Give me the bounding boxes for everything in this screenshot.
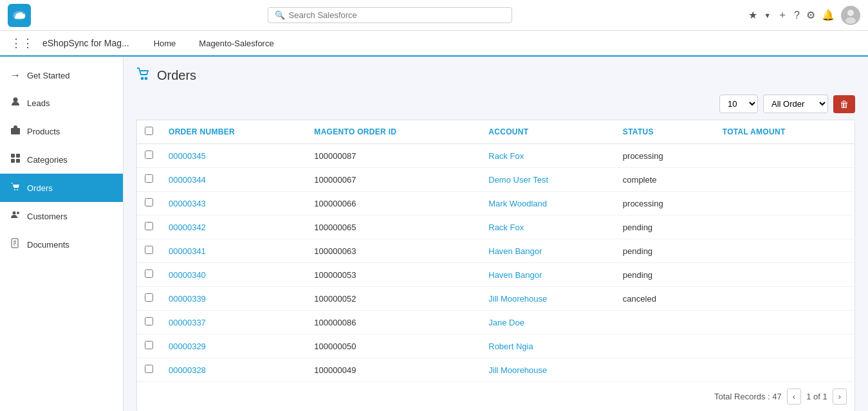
row-order-number: 00000343 bbox=[161, 192, 306, 215]
row-account: Demo User Test bbox=[481, 168, 615, 192]
order-number-link[interactable]: 00000345 bbox=[169, 151, 206, 161]
search-input[interactable] bbox=[289, 10, 505, 20]
row-checkbox[interactable] bbox=[145, 269, 153, 278]
account-link[interactable]: Jill Moorehouse bbox=[488, 294, 547, 304]
sidebar-item-label-documents: Documents bbox=[27, 240, 69, 250]
grid-icon: ⋮⋮ bbox=[10, 36, 33, 50]
notifications-icon[interactable]: 🔔 bbox=[822, 9, 835, 21]
sidebar-item-products[interactable]: Products bbox=[0, 117, 123, 145]
favorites-icon[interactable]: ★ bbox=[748, 9, 757, 21]
row-order-number: 00000345 bbox=[161, 144, 306, 168]
row-checkbox[interactable] bbox=[145, 198, 153, 206]
row-checkbox[interactable] bbox=[145, 317, 153, 325]
sidebar-item-categories[interactable]: Categories bbox=[0, 145, 123, 174]
add-icon[interactable]: ＋ bbox=[777, 8, 788, 22]
sidebar-item-documents[interactable]: Documents bbox=[0, 230, 123, 259]
order-number-link[interactable]: 00000341 bbox=[169, 246, 206, 256]
sidebar-item-label-leads: Leads bbox=[27, 98, 50, 108]
per-page-select[interactable]: 10 25 50 100 bbox=[719, 95, 758, 113]
sidebar-item-leads[interactable]: Leads bbox=[0, 89, 123, 117]
salesforce-logo bbox=[8, 4, 31, 27]
row-checkbox[interactable] bbox=[145, 293, 153, 302]
account-link[interactable]: Mark Woodland bbox=[488, 199, 547, 208]
account-link[interactable]: Haven Bangor bbox=[488, 246, 542, 256]
row-account: Haven Bangor bbox=[481, 263, 615, 287]
row-account: Robert Ngia bbox=[481, 334, 615, 358]
appbar: ⋮⋮ eShopSync for Mag... Home Magento-Sal… bbox=[0, 31, 868, 57]
account-link[interactable]: Haven Bangor bbox=[488, 270, 542, 280]
pagination: Total Records : 47 ‹ 1 of 1 › bbox=[137, 382, 854, 411]
row-magento-order-id: 100000067 bbox=[306, 168, 481, 192]
row-status: pending bbox=[615, 239, 715, 263]
order-number-link[interactable]: 00000343 bbox=[169, 199, 206, 208]
delete-button[interactable]: 🗑 bbox=[833, 95, 855, 113]
account-link[interactable]: Demo User Test bbox=[488, 175, 548, 185]
orders-table-container: ORDER NUMBER MAGENTO ORDER ID ACCOUNT ST… bbox=[136, 120, 855, 411]
account-link[interactable]: Rack Fox bbox=[488, 223, 524, 232]
table-row: 00000343 100000066 Mark Woodland process… bbox=[137, 192, 854, 215]
avatar[interactable] bbox=[841, 6, 860, 25]
col-magento-order-id: MAGENTO ORDER ID bbox=[306, 120, 481, 144]
row-checkbox[interactable] bbox=[145, 222, 153, 230]
row-order-number: 00000341 bbox=[161, 239, 306, 263]
help-icon[interactable]: ? bbox=[794, 10, 800, 21]
account-link[interactable]: Robert Ngia bbox=[488, 342, 533, 351]
select-all-checkbox[interactable] bbox=[145, 127, 153, 135]
customers-icon bbox=[10, 210, 21, 223]
page-header: Orders bbox=[136, 67, 855, 84]
sidebar: → Get Started Leads Products Categories bbox=[0, 57, 124, 411]
header-checkbox-col bbox=[137, 120, 161, 144]
row-checkbox[interactable] bbox=[145, 151, 153, 159]
row-magento-order-id: 100000052 bbox=[306, 287, 481, 311]
order-number-link[interactable]: 00000339 bbox=[169, 294, 206, 304]
sidebar-item-label-orders: Orders bbox=[27, 183, 53, 193]
row-total-amount bbox=[715, 239, 854, 263]
tab-home[interactable]: Home bbox=[142, 30, 188, 56]
row-checkbox-cell bbox=[137, 334, 161, 358]
page-title: Orders bbox=[157, 68, 196, 83]
search-bar[interactable]: 🔍 bbox=[268, 7, 512, 23]
row-checkbox-cell bbox=[137, 239, 161, 263]
tab-magento-salesforce[interactable]: Magento-Salesforce bbox=[187, 30, 285, 56]
col-account: ACCOUNT bbox=[481, 120, 615, 144]
row-order-number: 00000337 bbox=[161, 311, 306, 334]
sidebar-item-orders[interactable]: Orders bbox=[0, 174, 123, 202]
row-checkbox[interactable] bbox=[145, 365, 153, 373]
row-order-number: 00000340 bbox=[161, 263, 306, 287]
order-number-link[interactable]: 00000337 bbox=[169, 318, 206, 327]
table-row: 00000337 100000086 Jane Doe bbox=[137, 311, 854, 334]
order-number-link[interactable]: 00000328 bbox=[169, 365, 206, 375]
row-checkbox[interactable] bbox=[145, 174, 153, 183]
next-page-button[interactable]: › bbox=[833, 388, 847, 405]
order-number-link[interactable]: 00000342 bbox=[169, 223, 206, 232]
topbar-right: ★ ▼ ＋ ? ⚙ 🔔 bbox=[748, 6, 860, 25]
nav-tabs: Home Magento-Salesforce bbox=[142, 30, 286, 56]
sidebar-item-get-started[interactable]: → Get Started bbox=[0, 62, 123, 89]
account-link[interactable]: Jane Doe bbox=[488, 318, 524, 327]
row-total-amount bbox=[715, 192, 854, 215]
table-header-row: ORDER NUMBER MAGENTO ORDER ID ACCOUNT ST… bbox=[137, 120, 854, 144]
order-number-link[interactable]: 00000344 bbox=[169, 175, 206, 185]
row-checkbox[interactable] bbox=[145, 341, 153, 349]
documents-icon bbox=[10, 238, 21, 251]
row-order-number: 00000342 bbox=[161, 215, 306, 239]
row-order-number: 00000329 bbox=[161, 334, 306, 358]
account-link[interactable]: Jill Moorehouse bbox=[488, 365, 547, 375]
order-filter-select[interactable]: All Order processing complete pending ca… bbox=[763, 95, 828, 113]
row-checkbox[interactable] bbox=[145, 246, 153, 254]
prev-page-button[interactable]: ‹ bbox=[787, 388, 801, 405]
favorites-dropdown-icon[interactable]: ▼ bbox=[764, 12, 771, 19]
order-number-link[interactable]: 00000329 bbox=[169, 342, 206, 351]
settings-icon[interactable]: ⚙ bbox=[806, 9, 815, 21]
order-number-link[interactable]: 00000340 bbox=[169, 270, 206, 280]
app-name: eShopSync for Mag... bbox=[42, 38, 129, 48]
table-row: 00000328 100000049 Jill Moorehouse bbox=[137, 358, 854, 382]
row-magento-order-id: 100000087 bbox=[306, 144, 481, 168]
get-started-icon: → bbox=[10, 69, 21, 81]
sidebar-item-customers[interactable]: Customers bbox=[0, 202, 123, 230]
account-link[interactable]: Rack Fox bbox=[488, 151, 524, 161]
svg-point-11 bbox=[14, 189, 15, 190]
table-row: 00000342 100000065 Rack Fox pending bbox=[137, 215, 854, 239]
topbar-left bbox=[8, 4, 31, 27]
row-checkbox-cell bbox=[137, 263, 161, 287]
